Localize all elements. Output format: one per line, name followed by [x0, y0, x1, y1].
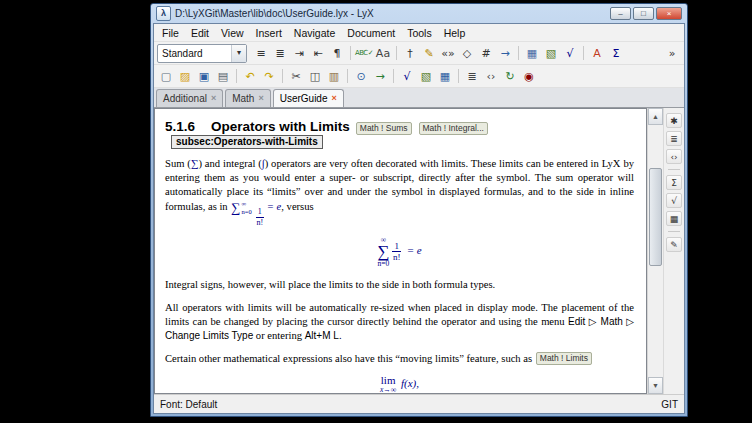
- insert-table-icon[interactable]: ▦: [523, 45, 541, 62]
- menu-help[interactable]: Help: [438, 26, 472, 40]
- review-panel-icon[interactable]: ✎: [666, 237, 682, 252]
- menu-view[interactable]: View: [215, 26, 250, 40]
- view-source-icon[interactable]: ‹›: [482, 68, 500, 85]
- insert-index-icon[interactable]: ◇: [458, 45, 476, 62]
- insert-math-icon[interactable]: √: [561, 45, 579, 62]
- decrease-depth-icon[interactable]: ⇤: [309, 45, 327, 62]
- maximize-button[interactable]: □: [633, 7, 654, 20]
- outline-pane-icon[interactable]: ≣: [666, 131, 682, 146]
- toolbar-separator: [396, 46, 397, 60]
- display-sum-math: ∞∑n=0: [377, 236, 389, 267]
- label-inset[interactable]: subsec:Operators-with-Limits: [171, 135, 323, 149]
- source-pane-icon[interactable]: ‹›: [666, 149, 682, 164]
- tab-additional[interactable]: Additional×: [156, 89, 223, 107]
- spellcheck-icon[interactable]: ABC✓: [355, 45, 373, 62]
- menu-file[interactable]: File: [156, 26, 185, 40]
- toolbar-overflow-icon[interactable]: »: [663, 45, 681, 62]
- inline-sum-math: ∑∞n=0: [231, 199, 251, 216]
- index-inset[interactable]: Math ! Integral...: [419, 122, 488, 135]
- vertical-scrollbar[interactable]: ▲ ▼: [647, 108, 663, 394]
- insert-cross-reference-icon[interactable]: →: [496, 45, 514, 62]
- insert-math-icon[interactable]: √: [398, 68, 416, 85]
- paragraph: Integral signs, however, will place the …: [165, 278, 634, 292]
- redo-icon[interactable]: ↷: [260, 68, 278, 85]
- document-area[interactable]: 5.1.6Operators with LimitsMath ! SumsMat…: [154, 108, 647, 394]
- menu-document[interactable]: Document: [341, 26, 401, 40]
- insert-graphics-icon[interactable]: ▧: [417, 68, 435, 85]
- inline-math: = e: [404, 245, 422, 257]
- scroll-up-button[interactable]: ▲: [648, 108, 663, 125]
- paragraph-style-value: Standard: [158, 48, 231, 59]
- paragraph-settings-icon[interactable]: ¶: [328, 45, 346, 62]
- index-inset[interactable]: Math ! Sums: [356, 122, 412, 135]
- tab-close-icon[interactable]: ×: [332, 94, 337, 103]
- paste-icon[interactable]: ▥: [325, 68, 343, 85]
- toolbar-separator: [282, 69, 283, 83]
- toolbar-separator: [583, 46, 584, 60]
- toolbar-separator: [668, 231, 680, 232]
- fraction-math: 1n!: [256, 207, 264, 227]
- navigate-go-icon[interactable]: →: [371, 68, 389, 85]
- display-formula: limx→∞ f(x),: [165, 375, 634, 394]
- menu-tools[interactable]: Tools: [401, 26, 438, 40]
- text-run: .: [339, 330, 342, 341]
- save-document-icon[interactable]: ▣: [195, 68, 213, 85]
- print-icon[interactable]: ▤: [214, 68, 232, 85]
- insert-graphics-icon[interactable]: ▧: [542, 45, 560, 62]
- view-output-icon[interactable]: ◉: [520, 68, 538, 85]
- insert-footnote-icon[interactable]: †: [401, 45, 419, 62]
- new-document-icon[interactable]: ▢: [157, 68, 175, 85]
- paragraph: Sum (∑) and integral (∫) operators are v…: [165, 157, 634, 227]
- tab-close-icon[interactable]: ×: [258, 94, 263, 103]
- increase-depth-icon[interactable]: ⇥: [290, 45, 308, 62]
- minimize-button[interactable]: –: [610, 7, 631, 20]
- index-inset[interactable]: Math ! Limits: [536, 352, 592, 365]
- numbered-list-icon[interactable]: ≣: [271, 45, 289, 62]
- tab-math[interactable]: Math×: [225, 89, 271, 107]
- text-style-icon[interactable]: A: [588, 45, 606, 62]
- insert-citation-icon[interactable]: «»: [439, 45, 457, 62]
- text-run: , versus: [281, 201, 313, 212]
- thesaurus-icon[interactable]: Aa: [374, 45, 392, 62]
- math-panel-icon[interactable]: Σ: [666, 175, 682, 190]
- heading-number: 5.1.6: [165, 119, 195, 134]
- bulleted-list-icon[interactable]: ≡: [252, 45, 270, 62]
- text-run: Integral signs, however, will place the …: [165, 279, 495, 290]
- tab-close-icon[interactable]: ×: [211, 94, 216, 103]
- text-run: ) and integral (: [198, 158, 261, 169]
- math-macros-icon[interactable]: Σ: [607, 45, 625, 62]
- insert-label-icon[interactable]: #: [477, 45, 495, 62]
- table-panel-icon[interactable]: ▦: [666, 211, 682, 226]
- scrollbar-thumb[interactable]: [649, 168, 662, 266]
- symbols-panel-icon[interactable]: √: [666, 193, 682, 208]
- text-run: All operators with limits will be automa…: [165, 302, 634, 327]
- document-page[interactable]: 5.1.6Operators with LimitsMath ! SumsMat…: [155, 109, 646, 394]
- menu-insert[interactable]: Insert: [250, 26, 288, 40]
- update-view-icon[interactable]: ↻: [501, 68, 519, 85]
- tab-userguide[interactable]: UserGuide×: [273, 89, 344, 107]
- menu-edit[interactable]: Edit: [185, 26, 215, 40]
- open-document-icon[interactable]: ▨: [176, 68, 194, 85]
- find-replace-icon[interactable]: ⊙: [352, 68, 370, 85]
- doc-settings-icon[interactable]: ✱: [666, 113, 682, 128]
- section-heading: 5.1.6Operators with LimitsMath ! SumsMat…: [165, 119, 634, 149]
- close-button[interactable]: ×: [656, 7, 682, 20]
- toolbar-file: ▢▨▣▤↶↷✂◫▥⊙→√▧▦≣‹›↻◉: [154, 65, 684, 88]
- undo-icon[interactable]: ↶: [241, 68, 259, 85]
- heading-title: Operators with Limits: [211, 119, 350, 134]
- text-run: or entering: [253, 330, 304, 341]
- menu-navigate[interactable]: Navigate: [288, 26, 341, 40]
- paragraph: All operators with limits will be automa…: [165, 301, 634, 343]
- toolbar-separator: [458, 69, 459, 83]
- status-bar: Font: Default GIT: [154, 394, 684, 413]
- insert-table-icon[interactable]: ▦: [436, 68, 454, 85]
- scrollbar-track[interactable]: [648, 125, 663, 377]
- combo-dropdown-icon[interactable]: ▾: [231, 45, 246, 62]
- paragraph-style-combo[interactable]: Standard ▾: [157, 44, 247, 63]
- cut-icon[interactable]: ✂: [287, 68, 305, 85]
- scroll-down-button[interactable]: ▼: [648, 377, 663, 394]
- toggle-outline-icon[interactable]: ≣: [463, 68, 481, 85]
- copy-icon[interactable]: ◫: [306, 68, 324, 85]
- title-bar[interactable]: λ D:\LyXGit\Master\lib\doc\UserGuide.lyx…: [153, 4, 685, 23]
- insert-note-icon[interactable]: ✎: [420, 45, 438, 62]
